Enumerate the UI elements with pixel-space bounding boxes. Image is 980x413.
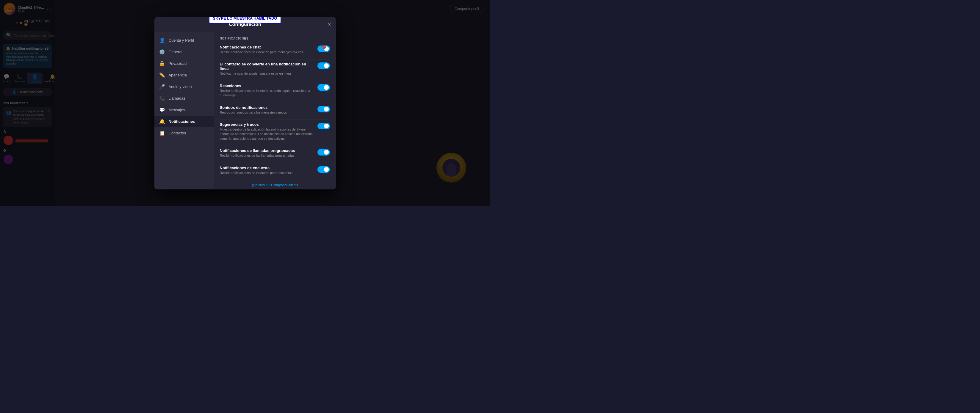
toggle-sugerencias[interactable] bbox=[317, 123, 330, 129]
settings-nav-contactos[interactable]: 📋 Contactos bbox=[154, 127, 214, 139]
settings-item-contact-online: El contacto se convierte en una notifica… bbox=[220, 62, 330, 76]
divider bbox=[220, 163, 330, 163]
settings-nav-apariencia[interactable]: ✏️ Apariencia bbox=[154, 69, 214, 81]
bell-icon: 🔔 bbox=[159, 119, 165, 124]
settings-nav-apariencia-label: Apariencia bbox=[169, 73, 187, 77]
settings-item-sonidos-title: Sonidos de notificaciones bbox=[220, 105, 314, 110]
settings-item-llamadas-prog: Notificaciones de llamadas programadas R… bbox=[220, 148, 330, 158]
first-item-wrapper: ➜ Notificaciones de chat Recibe notifica… bbox=[220, 45, 330, 54]
settings-nav-general[interactable]: ⚙️ General bbox=[154, 46, 214, 58]
settings-nav-mensajes-label: Mensajes bbox=[169, 108, 185, 112]
settings-nav-general-label: General bbox=[169, 50, 182, 54]
settings-nav-notificaciones-label: Notificaciones bbox=[169, 119, 195, 124]
settings-close-button[interactable]: × bbox=[328, 21, 331, 28]
settings-nav: 👤 Cuenta y Perfil ⚙️ General 🔒 Privacida… bbox=[154, 32, 214, 189]
settings-nav-llamadas[interactable]: 📞 Llamadas bbox=[154, 92, 214, 104]
settings-item-llamadas-prog-info: Notificaciones de llamadas programadas R… bbox=[220, 148, 314, 158]
settings-item-reacciones-info: Reacciones Recibe notificaciones de inse… bbox=[220, 84, 314, 98]
message-icon: 💬 bbox=[159, 107, 165, 113]
settings-item-contact-online-title: El contacto se convierte en una notifica… bbox=[220, 62, 314, 71]
settings-nav-cuenta-label: Cuenta y Perfil bbox=[169, 38, 194, 43]
annotation-box: EN CONFIGURACION SKYPE LO MUESTRA HABILI… bbox=[209, 17, 282, 24]
settings-item-llamadas-prog-desc: Recibir notificaciones de las llamadas p… bbox=[220, 153, 314, 158]
settings-item-encuesta: Notificaciones de encuesta Recibir notif… bbox=[220, 165, 330, 175]
settings-item-encuesta-info: Notificaciones de encuesta Recibir notif… bbox=[220, 165, 314, 175]
toggle-encuesta-slider bbox=[317, 166, 330, 173]
modal-overlay: EN CONFIGURACION SKYPE LO MUESTRA HABILI… bbox=[0, 0, 490, 206]
toggle-sonidos-slider bbox=[317, 106, 330, 113]
settings-content: NOTIFICACIONES ➜ Notificaciones de chat … bbox=[214, 32, 336, 189]
toggle-contact-online[interactable] bbox=[317, 62, 330, 69]
settings-nav-cuenta[interactable]: 👤 Cuenta y Perfil bbox=[154, 35, 214, 46]
phone-icon: 📞 bbox=[159, 95, 165, 101]
section-title: NOTIFICACIONES bbox=[220, 37, 330, 41]
bottom-link[interactable]: ¿No eres tú? Comprobar cuenta bbox=[220, 180, 330, 189]
settings-item-sonidos: Sonidos de notificaciones Reproducir son… bbox=[220, 105, 330, 115]
toggle-sugerencias-slider bbox=[317, 123, 330, 129]
settings-item-sonidos-info: Sonidos de notificaciones Reproducir son… bbox=[220, 105, 314, 115]
divider bbox=[220, 119, 330, 120]
settings-item-encuesta-desc: Recibir notificaciones de inserción para… bbox=[220, 171, 314, 175]
settings-nav-privacidad[interactable]: 🔒 Privacidad bbox=[154, 58, 214, 69]
settings-item-chat-notif-desc: Recibe notificaciones de inserción para … bbox=[220, 50, 314, 54]
microphone-icon: 🎤 bbox=[159, 84, 165, 89]
settings-nav-notificaciones[interactable]: 🔔 Notificaciones bbox=[154, 116, 214, 127]
settings-item-contact-online-info: El contacto se convierte en una notifica… bbox=[220, 62, 314, 76]
settings-item-llamadas-prog-title: Notificaciones de llamadas programadas bbox=[220, 148, 314, 153]
lock-icon: 🔒 bbox=[159, 60, 165, 66]
gear-icon: ⚙️ bbox=[159, 49, 165, 55]
annotation-text-line2: SKYPE LO MUESTRA HABILITADO bbox=[213, 17, 277, 21]
toggle-reacciones[interactable] bbox=[317, 84, 330, 91]
account-icon: 👤 bbox=[159, 38, 165, 43]
settings-item-reacciones: Reacciones Recibe notificaciones de inse… bbox=[220, 84, 330, 98]
settings-nav-llamadas-label: Llamadas bbox=[169, 96, 185, 100]
settings-item-sugerencias-info: Sugerencias y trucos Muestra dentro de l… bbox=[220, 122, 314, 141]
settings-nav-audio-label: Audio y video bbox=[169, 84, 192, 89]
settings-item-chat-notif-title: Notificaciones de chat bbox=[220, 45, 314, 49]
toggle-llamadas-prog-slider bbox=[317, 149, 330, 156]
settings-header-wrapper: EN CONFIGURACION SKYPE LO MUESTRA HABILI… bbox=[154, 17, 336, 32]
settings-dialog: EN CONFIGURACION SKYPE LO MUESTRA HABILI… bbox=[154, 17, 336, 189]
contacts-icon: 📋 bbox=[159, 130, 165, 136]
toggle-contact-online-slider bbox=[317, 62, 330, 69]
settings-item-contact-online-desc: Notificarme cuando alguien pase a estar … bbox=[220, 71, 314, 76]
toggle-encuesta[interactable] bbox=[317, 166, 330, 173]
settings-item-chat-notif-info: Notificaciones de chat Recibe notificaci… bbox=[220, 45, 314, 54]
settings-item-sugerencias-title: Sugerencias y trucos bbox=[220, 122, 314, 127]
settings-item-sugerencias-desc: Muestra dentro de la aplicación las noti… bbox=[220, 127, 314, 141]
settings-item-reacciones-title: Reacciones bbox=[220, 84, 314, 88]
appearance-icon: ✏️ bbox=[159, 72, 165, 78]
toggle-sonidos[interactable] bbox=[317, 106, 330, 113]
settings-item-reacciones-desc: Recibe notificaciones de inserción cuand… bbox=[220, 89, 314, 98]
settings-item-encuesta-title: Notificaciones de encuesta bbox=[220, 165, 314, 170]
toggle-reacciones-slider bbox=[317, 84, 330, 91]
settings-nav-audio[interactable]: 🎤 Audio y video bbox=[154, 81, 214, 92]
settings-nav-privacidad-label: Privacidad bbox=[169, 61, 187, 66]
divider bbox=[220, 103, 330, 103]
settings-nav-contactos-label: Contactos bbox=[169, 131, 186, 135]
settings-item-chat-notif: Notificaciones de chat Recibe notificaci… bbox=[220, 45, 330, 54]
app-container: 🦊 ClaudiA2_8@outloo... $0.00 ··· ♥ ★ Aqu… bbox=[0, 0, 490, 206]
toggle-llamadas-prog[interactable] bbox=[317, 149, 330, 156]
divider bbox=[220, 146, 330, 146]
settings-item-sonidos-desc: Reproducir sonidos para los mensajes nue… bbox=[220, 110, 314, 115]
settings-nav-mensajes[interactable]: 💬 Mensajes bbox=[154, 104, 214, 116]
settings-item-sugerencias: Sugerencias y trucos Muestra dentro de l… bbox=[220, 122, 330, 141]
settings-body: 👤 Cuenta y Perfil ⚙️ General 🔒 Privacida… bbox=[154, 32, 336, 189]
